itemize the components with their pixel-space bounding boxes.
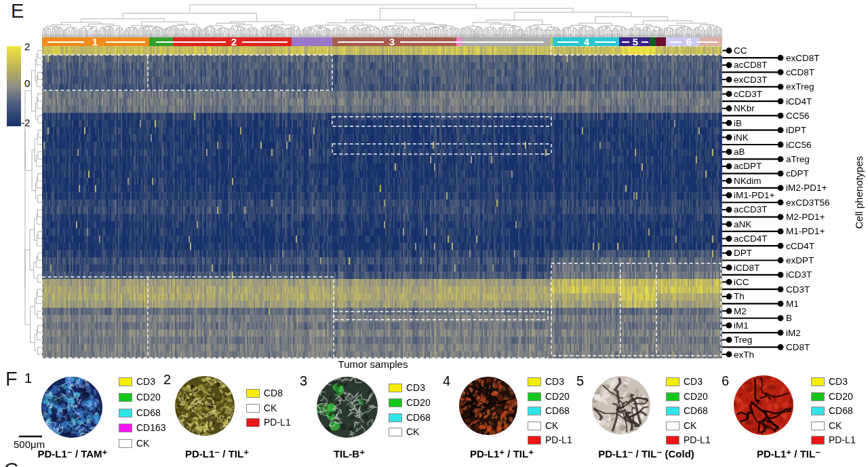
core-classification-2: PD-L1⁻ / TIL⁺ — [185, 448, 249, 460]
marker-label-CK: CK — [545, 421, 558, 431]
marker-swatch-CD8 — [246, 389, 260, 398]
marker-label-CD20: CD20 — [136, 392, 161, 403]
cluster-line — [642, 41, 648, 43]
marker-swatch-CD68 — [528, 407, 541, 415]
marker-label-CD68: CD68 — [829, 406, 853, 416]
row-label-NKdim: NKdim — [734, 176, 762, 186]
row-label-acCD8T: acCD8T — [734, 60, 768, 70]
marker-swatch-PD-L1 — [666, 436, 679, 445]
cluster-line — [47, 41, 84, 43]
tumor-core-image-2 — [174, 375, 235, 436]
row-label-iCC: iCC — [734, 277, 749, 287]
row-label-cCD3T: cCD3T — [734, 89, 762, 99]
row-label-CD3T: CD3T — [786, 284, 810, 295]
row-label-M1: M1 — [786, 299, 799, 309]
marker-label-CD3: CD3 — [406, 383, 425, 393]
cluster-number-4: 4 — [584, 37, 589, 47]
marker-label-CD68: CD68 — [545, 406, 570, 416]
tumor-core-image-3 — [316, 376, 378, 438]
marker-swatch-CD20 — [811, 392, 825, 401]
row-label-exCD3T: exCD3T — [734, 75, 768, 85]
colorbar-tick-low: -2 — [21, 117, 30, 128]
panel-e-label: E — [11, 0, 24, 22]
marker-label-CK: CK — [829, 421, 842, 431]
cluster-line — [400, 41, 544, 43]
marker-label-CD3: CD3 — [829, 377, 848, 387]
row-label-M1-PD1+: M1-PD1+ — [786, 226, 825, 236]
row-label-M2: M2 — [734, 306, 747, 316]
cluster-number-5: 5 — [633, 37, 638, 47]
marker-label-PD-L1: PD-L1 — [829, 435, 856, 445]
marker-swatch-CK — [666, 422, 679, 430]
marker-label-CD3: CD3 — [545, 377, 564, 387]
row-label-iDPT: iDPT — [786, 125, 806, 135]
marker-label-CK: CK — [264, 403, 277, 413]
core-classification-1: PD-L1⁻ / TAM⁺ — [37, 448, 107, 460]
row-label-exTreg: exTreg — [786, 81, 814, 92]
marker-swatch-CD68 — [389, 413, 402, 422]
heatmap-canvas — [42, 46, 722, 358]
core-number-2: 2 — [163, 372, 171, 388]
marker-swatch-CD3 — [666, 377, 679, 386]
marker-label-PD-L1: PD-L1 — [684, 435, 711, 445]
row-label-iM1: iM1 — [734, 320, 749, 331]
row-label-aTreg: aTreg — [786, 154, 810, 164]
row-label-iCC56: iCC56 — [786, 140, 812, 150]
cluster-line — [622, 41, 629, 43]
tumor-core-image-1 — [41, 376, 103, 438]
marker-swatch-CD3 — [389, 384, 402, 392]
tumor-core-image-5 — [591, 375, 651, 435]
cluster-bar-segment — [656, 37, 666, 46]
cluster-line — [595, 41, 616, 43]
row-label-acCD4T: acCD4T — [734, 234, 768, 244]
marker-label-CD20: CD20 — [545, 392, 570, 402]
marker-swatch-CD20 — [119, 393, 132, 402]
row-label-DPT: DPT — [734, 248, 752, 258]
marker-label-CD68: CD68 — [684, 406, 708, 416]
core-number-6: 6 — [722, 373, 729, 389]
heatmap-colorbar — [7, 46, 21, 126]
marker-swatch-CD20 — [389, 398, 402, 407]
marker-swatch-CD3 — [528, 377, 541, 386]
row-label-aB: aB — [734, 147, 745, 157]
heatmap-x-label: Tumor samples — [292, 358, 454, 370]
core-number-5: 5 — [576, 373, 584, 389]
row-label-iB: iB — [734, 118, 742, 128]
row-label-exTh: exTh — [734, 350, 754, 360]
marker-swatch-PD-L1 — [811, 436, 825, 445]
cluster-line — [696, 41, 717, 43]
row-label-exCD3T56: exCD3T56 — [786, 198, 830, 208]
cluster-number-2: 2 — [231, 37, 237, 47]
marker-swatch-CD68 — [811, 407, 825, 415]
marker-label-CK: CK — [136, 438, 149, 449]
row-label-CD8T: CD8T — [786, 342, 810, 352]
row-label-cCD4T: cCD4T — [786, 241, 814, 251]
marker-swatch-CD20 — [666, 392, 679, 401]
marker-label-CD68: CD68 — [136, 408, 161, 418]
marker-label-CD20: CD20 — [684, 392, 708, 402]
row-label-aNK: aNK — [734, 219, 751, 229]
marker-swatch-CD68 — [666, 407, 679, 415]
marker-swatch-CK — [811, 422, 825, 430]
tumor-core-image-6 — [733, 375, 794, 436]
cluster-bar-segment — [292, 37, 332, 46]
marker-label-CK: CK — [684, 421, 696, 431]
panel-g-label: G — [4, 459, 20, 467]
panel-f-label: F — [5, 368, 18, 390]
row-label-iCD4T: iCD4T — [786, 96, 812, 107]
row-label-CC56: CC56 — [786, 111, 810, 121]
row-label-iCD3T: iCD3T — [786, 269, 812, 280]
cluster-line — [106, 41, 145, 43]
row-label-exCD8T: exCD8T — [786, 53, 820, 63]
core-classification-5: PD-L1⁻ / TIL⁻ (Cold) — [598, 448, 694, 460]
row-label-iNK: iNK — [734, 132, 749, 143]
core-number-4: 4 — [443, 373, 450, 389]
marker-swatch-CD3 — [119, 377, 132, 386]
cluster-line — [242, 41, 288, 43]
row-label-iM2-PD1+: iM2-PD1+ — [786, 183, 827, 193]
cluster-bar-segment — [650, 37, 656, 46]
marker-swatch-PD-L1 — [246, 418, 260, 427]
colorbar-tick-high: 2 — [24, 41, 30, 52]
heatmap-y-label: Cell phenotypes — [853, 145, 865, 240]
core-number-3: 3 — [300, 373, 307, 389]
